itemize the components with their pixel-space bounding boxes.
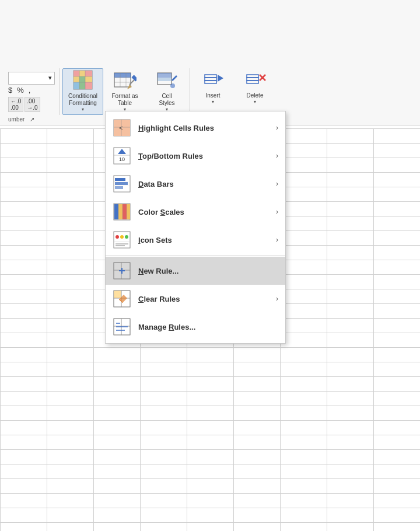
cells-group-buttons: Insert ▾ (192, 61, 275, 118)
divider-number-styles (60, 68, 60, 115)
svg-rect-58 (127, 204, 130, 219)
highlight-cells-label: Highlight Cells Rules (138, 124, 269, 132)
color-scales-item[interactable]: Color Scales › (106, 198, 285, 226)
format-as-table-button[interactable]: Format asTable ▾ (104, 68, 145, 115)
color-scales-arrow: › (276, 208, 278, 216)
icon-sets-item[interactable]: Icon Sets › (106, 226, 285, 254)
decimal-arrows[interactable]: ←.0.00 .00→.0 (8, 97, 40, 112)
percent-icon[interactable]: % (17, 86, 24, 95)
svg-rect-55 (114, 204, 118, 219)
cell-styles-button[interactable]: CellStyles ▾ (146, 68, 187, 115)
svg-text:<: < (119, 124, 123, 131)
insert-label: Insert (205, 92, 220, 99)
data-bars-icon (113, 174, 131, 193)
svg-rect-70 (114, 263, 121, 270)
delete-button[interactable]: Delete ▾ (235, 61, 275, 107)
insert-button[interactable]: Insert ▾ (192, 61, 233, 107)
svg-rect-29 (205, 81, 216, 83)
svg-rect-5 (79, 76, 85, 82)
conditional-formatting-arrow: ▾ (82, 107, 84, 112)
svg-rect-72 (114, 270, 121, 279)
format-as-table-icon (112, 68, 138, 92)
color-scales-label: Color Scales (138, 208, 269, 216)
clear-rules-arrow: › (276, 295, 278, 303)
svg-rect-3 (85, 71, 92, 76)
conditional-formatting-label: ConditionalFormatting (68, 93, 97, 107)
new-rule-item[interactable]: New Rule... (106, 257, 285, 285)
cell-styles-icon (154, 68, 180, 92)
clear-rules-item[interactable]: Clear Rules › (106, 285, 285, 313)
conditional-formatting-button[interactable]: ConditionalFormatting ▾ (62, 68, 103, 115)
number-format-dropdown[interactable]: ▾ (8, 72, 55, 85)
delete-icon (242, 65, 268, 91)
manage-rules-item[interactable]: Manage Rules... (106, 313, 285, 341)
svg-text:10: 10 (119, 156, 125, 162)
svg-rect-84 (121, 319, 130, 326)
number-group: ▾ $ % , ←.0.00 .00→.0 (6, 68, 57, 115)
conditional-formatting-dropdown: < Highlight Cells Rules › 10 Top/Bottom … (105, 111, 286, 344)
svg-rect-24 (158, 73, 172, 78)
svg-rect-9 (85, 82, 92, 89)
svg-rect-4 (74, 76, 79, 82)
new-rule-label: New Rule... (138, 267, 278, 275)
divider-styles-cells (190, 68, 190, 115)
svg-rect-50 (115, 182, 128, 185)
data-bars-arrow: › (276, 180, 278, 188)
svg-rect-73 (121, 270, 130, 279)
svg-rect-56 (118, 204, 123, 219)
clear-rules-icon (113, 289, 131, 308)
separator-1 (106, 255, 285, 256)
format-as-table-label: Format asTable (111, 93, 138, 107)
svg-rect-1 (74, 71, 79, 76)
svg-rect-2 (79, 71, 85, 76)
highlight-cells-icon: < (113, 118, 131, 137)
color-scales-icon (113, 202, 131, 221)
svg-rect-49 (115, 178, 125, 181)
top-bottom-rules-item[interactable]: 10 Top/Bottom Rules › (106, 142, 285, 170)
svg-rect-83 (114, 319, 121, 326)
clear-rules-label: Clear Rules (138, 295, 269, 303)
svg-rect-51 (115, 186, 123, 189)
data-bars-item[interactable]: Data Bars › (106, 170, 285, 198)
icon-sets-icon (113, 230, 131, 249)
svg-rect-71 (121, 263, 130, 270)
new-rule-icon (113, 261, 131, 280)
top-bottom-icon: 10 (113, 146, 131, 165)
delete-label: Delete (247, 92, 264, 99)
svg-rect-8 (79, 82, 85, 89)
svg-rect-7 (74, 82, 79, 89)
conditional-formatting-icon (70, 68, 96, 92)
svg-rect-25 (158, 78, 172, 81)
svg-point-63 (116, 235, 119, 239)
top-bottom-label: Top/Bottom Rules (138, 152, 269, 160)
svg-rect-6 (85, 76, 92, 82)
cell-styles-label: CellStyles (159, 93, 174, 107)
highlight-cells-arrow: › (276, 124, 278, 132)
svg-marker-30 (218, 75, 223, 82)
insert-arrow: ▾ (212, 99, 214, 104)
svg-marker-45 (118, 149, 126, 154)
svg-point-65 (125, 235, 128, 239)
svg-point-26 (170, 83, 175, 88)
manage-rules-label: Manage Rules... (138, 323, 278, 331)
svg-point-64 (120, 235, 124, 239)
svg-rect-15 (114, 73, 131, 78)
delete-arrow: ▾ (254, 99, 256, 104)
icon-sets-label: Icon Sets (138, 236, 269, 244)
svg-rect-77 (114, 291, 121, 298)
highlight-cells-rules-item[interactable]: < Highlight Cells Rules › (106, 114, 285, 142)
svg-rect-57 (123, 204, 127, 219)
manage-rules-icon (113, 317, 131, 336)
comma-icon[interactable]: , (29, 86, 31, 95)
data-bars-label: Data Bars (138, 180, 269, 188)
number-group-label: umber ↗ (8, 116, 34, 123)
top-bottom-arrow: › (276, 152, 278, 160)
svg-rect-33 (247, 81, 258, 83)
icon-sets-arrow: › (276, 236, 278, 244)
ribbon: ▾ $ % , ←.0.00 .00→.0 (0, 0, 420, 125)
currency-icon[interactable]: $ (8, 86, 12, 95)
insert-icon (200, 65, 226, 91)
